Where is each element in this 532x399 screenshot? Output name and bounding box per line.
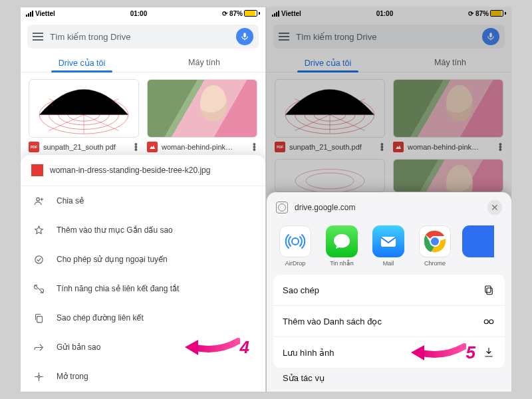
file-action-sheet: woman-in-dress-standing-beside-tree-k20.…	[21, 155, 265, 392]
menu-star[interactable]: Thêm vào thư mục Gắn dấu sao	[21, 215, 265, 245]
menu-share[interactable]: Chia sẻ	[21, 186, 265, 215]
app-more[interactable]	[462, 225, 475, 260]
person-add-icon	[33, 195, 45, 207]
action-edit-cut[interactable]: Sửa tác vụ	[273, 368, 505, 383]
share-host: drive.google.com	[295, 203, 355, 212]
app-airdrop[interactable]: AirDrop	[276, 225, 315, 267]
callout-number: 5	[466, 342, 475, 363]
share-actions: Sao chép Thêm vào Danh sách đọc Lưu hình…	[273, 275, 505, 368]
share-header: drive.google.com ✕	[273, 192, 505, 221]
image-icon	[147, 142, 158, 152]
menu-open-in[interactable]: Mở trong	[21, 362, 265, 391]
status-bar: Viettel 01:00 ⟳ 87%	[21, 7, 265, 19]
menu-send-copy[interactable]: Gửi bản sao 4	[21, 332, 265, 362]
sheet-filename: woman-in-dress-standing-beside-tree-k20.…	[50, 166, 210, 175]
search-placeholder: Tìm kiếm trong Drive	[50, 32, 229, 42]
safari-icon	[276, 201, 288, 213]
app-messages[interactable]: Tin nhắn	[323, 225, 361, 267]
menu-copy-link[interactable]: Sao chép đường liên kết	[21, 303, 265, 332]
pdf-icon: PDF	[29, 142, 39, 152]
sheet-header: woman-in-dress-standing-beside-tree-k20.…	[21, 155, 265, 186]
file-grid: PDF sunpath_21_south pdf ••• woman-behin…	[21, 72, 265, 159]
share-sheet: drive.google.com ✕ AirDrop Tin nhắn	[267, 192, 511, 392]
offline-icon	[33, 253, 45, 265]
download-icon	[482, 346, 495, 359]
copy-icon	[33, 312, 45, 324]
svg-point-21	[292, 238, 299, 245]
forward-icon	[33, 341, 45, 353]
file-tile[interactable]: woman-behind-pink… •••	[147, 79, 257, 152]
image-icon	[31, 164, 43, 176]
file-more-button[interactable]: •••	[134, 143, 139, 152]
file-thumbnail	[29, 79, 139, 138]
action-save-image[interactable]: Lưu hình ảnh 5	[273, 337, 505, 368]
file-name: woman-behind-pink…	[162, 143, 233, 151]
file-thumbnail	[147, 79, 257, 138]
svg-rect-26	[487, 288, 492, 295]
battery-indicator: 87%	[229, 10, 260, 17]
svg-point-28	[484, 320, 488, 324]
app-mail[interactable]: Mail	[369, 225, 408, 267]
svg-point-9	[35, 255, 42, 263]
phone-left: Viettel 01:00 ⟳ 87% Tìm kiếm trong Drive…	[20, 7, 266, 392]
file-name: sunpath_21_south pdf	[43, 143, 116, 151]
rotation-lock-icon: ⟳	[222, 10, 227, 17]
phone-right: Viettel 01:00 ⟳ 87% Tìm kiếm trong Drive…	[266, 7, 512, 392]
hamburger-icon[interactable]	[33, 33, 43, 41]
svg-rect-27	[485, 286, 491, 293]
callout-number: 4	[240, 337, 249, 358]
svg-point-29	[489, 320, 493, 324]
svg-rect-22	[381, 237, 396, 247]
file-tile[interactable]: PDF sunpath_21_south pdf •••	[29, 79, 139, 152]
action-reading-list[interactable]: Thêm vào Danh sách đọc	[273, 306, 505, 337]
close-button[interactable]: ✕	[487, 200, 502, 215]
clock: 01:00	[130, 10, 148, 17]
app-chrome[interactable]: Chrome	[416, 225, 454, 267]
copy-icon	[482, 283, 495, 297]
menu-link-off[interactable]: Tính năng chia sẻ liên kết đang tắt	[21, 274, 265, 303]
svg-point-8	[36, 198, 39, 201]
tab-computers[interactable]: Máy tính	[143, 53, 265, 72]
tab-my-drive[interactable]: Drive của tôi	[21, 53, 143, 72]
svg-rect-10	[37, 316, 42, 322]
tab-bar: Drive của tôi Máy tính	[21, 53, 265, 72]
open-in-icon	[33, 370, 45, 382]
menu-offline[interactable]: Cho phép sử dụng ngoại tuyến	[21, 245, 265, 274]
action-copy[interactable]: Sao chép	[273, 275, 505, 306]
signal-icon	[26, 11, 33, 17]
link-off-icon	[33, 283, 45, 295]
share-apps-row: AirDrop Tin nhắn Mail	[273, 221, 505, 275]
carrier-label: Viettel	[35, 10, 55, 17]
voice-search-icon[interactable]	[236, 28, 253, 45]
file-more-button[interactable]: •••	[253, 143, 257, 152]
star-icon	[33, 224, 45, 236]
search-bar[interactable]: Tìm kiếm trong Drive	[27, 25, 259, 49]
glasses-icon	[482, 315, 495, 328]
